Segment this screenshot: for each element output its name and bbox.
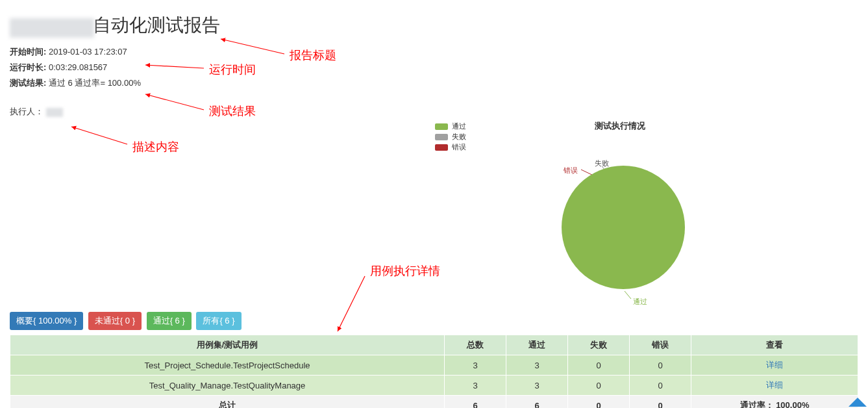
duration-value: 0:03:29.081567	[49, 62, 107, 72]
title-text: 自动化测试报告	[93, 15, 220, 35]
table-row: Test_Project_Schedule.TestProjectSchedul…	[10, 355, 858, 376]
cell-view: 详细	[691, 376, 858, 396]
filter-buttons: 概要{ 100.00% } 未通过{ 0 } 通过{ 6 } 所有{ 6 }	[10, 312, 244, 330]
footer-rate-label: 通过率：	[740, 400, 774, 408]
cell-error: 0	[630, 376, 691, 396]
legend-label-error: 错误	[452, 143, 466, 151]
legend-item-fail: 失败	[435, 131, 466, 142]
annotation-description: 描述内容	[132, 139, 179, 155]
table-row: Test_Quality_Manage.TestQualityManage 3 …	[10, 376, 858, 396]
th-view: 查看	[691, 335, 858, 355]
pie-title: 测试执行情况	[565, 120, 675, 132]
cell-fail: 0	[568, 355, 630, 376]
executor-value-redacted	[46, 108, 63, 117]
th-total: 总数	[445, 335, 506, 355]
result-label: 测试结果:	[10, 78, 46, 88]
annotation-result: 测试结果	[209, 103, 256, 119]
start-time-label: 开始时间:	[10, 47, 46, 57]
legend-label-fail: 失败	[452, 133, 466, 140]
executor: 执行人：	[10, 104, 868, 120]
not-pass-button[interactable]: 未通过{ 0 }	[88, 312, 142, 330]
cell-suite: Test_Quality_Manage.TestQualityManage	[10, 376, 445, 396]
cell-total: 3	[445, 355, 506, 376]
legend-item-pass: 通过	[435, 121, 466, 131]
pie-chart	[558, 166, 688, 296]
th-pass: 通过	[506, 335, 568, 355]
result-value: 通过 6 通过率= 100.00%	[49, 78, 141, 88]
legend-item-error: 错误	[435, 142, 466, 152]
detail-link[interactable]: 详细	[766, 380, 783, 390]
cell-pass: 3	[506, 355, 568, 376]
page-title: 自动化测试报告	[0, 0, 868, 38]
footer-error: 0	[630, 396, 691, 409]
result: 测试结果: 通过 6 通过率= 100.00%	[10, 75, 868, 91]
duration-label: 运行时长:	[10, 62, 46, 72]
annotation-title: 报告标题	[290, 47, 336, 63]
cell-total: 3	[445, 376, 506, 396]
th-fail: 失败	[568, 335, 630, 355]
duration: 运行时长: 0:03:29.081567	[10, 60, 868, 75]
summary-button[interactable]: 概要{ 100.00% }	[10, 312, 83, 330]
chart-legend: 通过 失败 错误	[435, 121, 466, 152]
pie-label-pass: 通过	[633, 297, 647, 307]
pass-button[interactable]: 通过{ 6 }	[147, 312, 192, 330]
th-suite: 用例集/测试用例	[10, 335, 445, 355]
report-meta: 开始时间: 2019-01-03 17:23:07 运行时长: 0:03:29.…	[0, 38, 868, 120]
legend-swatch-pass	[435, 123, 448, 130]
test-cases-table: 用例集/测试用例 总数 通过 失败 错误 查看 Test_Project_Sch…	[10, 335, 858, 408]
table-header-row: 用例集/测试用例 总数 通过 失败 错误 查看	[10, 335, 858, 355]
pie-label-fail: 失败	[595, 159, 609, 168]
executor-label: 执行人：	[10, 107, 43, 116]
footer-rate: 通过率： 100.00%	[691, 396, 858, 409]
cell-error: 0	[630, 355, 691, 376]
legend-swatch-fail	[435, 134, 448, 140]
footer-fail: 0	[568, 396, 630, 409]
start-time: 开始时间: 2019-01-03 17:23:07	[10, 44, 868, 60]
legend-swatch-error	[435, 144, 448, 151]
pie-label-error: 错误	[564, 166, 578, 175]
cell-view: 详细	[691, 355, 858, 376]
footer-total: 6	[445, 396, 506, 409]
annotation-detail: 用例执行详情	[370, 263, 440, 279]
legend-label-pass: 通过	[452, 122, 466, 130]
svg-line-4	[338, 276, 365, 331]
pie-slice-pass	[562, 166, 685, 289]
footer-rate-value: 100.00%	[776, 400, 809, 408]
scroll-to-top-icon[interactable]	[849, 398, 867, 407]
footer-pass: 6	[506, 396, 568, 409]
footer-label: 总计	[10, 396, 445, 409]
svg-line-3	[71, 127, 127, 144]
detail-link[interactable]: 详细	[766, 360, 783, 370]
start-time-value: 2019-01-03 17:23:07	[49, 47, 127, 57]
all-button[interactable]: 所有{ 6 }	[196, 312, 241, 330]
th-error: 错误	[630, 335, 691, 355]
cell-suite: Test_Project_Schedule.TestProjectSchedul…	[10, 355, 445, 376]
annotation-runtime: 运行时间	[209, 62, 256, 77]
cell-fail: 0	[568, 376, 630, 396]
redacted-title-prefix	[10, 18, 94, 38]
table-footer-row: 总计 6 6 0 0 通过率： 100.00%	[10, 396, 858, 409]
cell-pass: 3	[506, 376, 568, 396]
page: 自动化测试报告 开始时间: 2019-01-03 17:23:07 运行时长: …	[0, 0, 868, 408]
